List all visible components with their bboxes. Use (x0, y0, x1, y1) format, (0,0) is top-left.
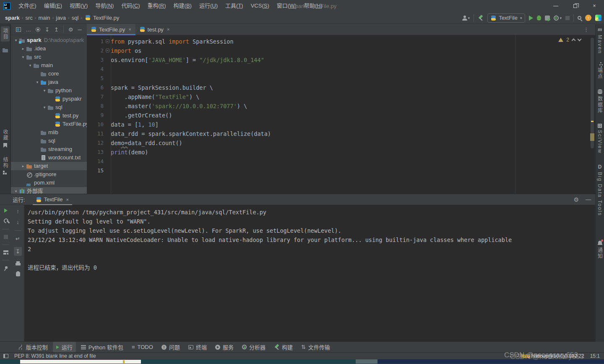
code-line-7[interactable]: 7 .appName("TextFile") \ (87, 92, 595, 101)
code-line-13[interactable]: 13print(demo) (87, 148, 595, 157)
breadcrumb-item[interactable]: src (24, 15, 33, 21)
scrollbar-thumb[interactable] (591, 38, 594, 148)
code-with-me-button[interactable]: ▾ (462, 16, 470, 21)
tree-item-TextFile.py[interactable]: TextFile.py (11, 120, 87, 128)
profiler-button[interactable]: ▾ (554, 16, 562, 21)
tool-window-notifications[interactable]: 通知 (596, 240, 604, 259)
hide-panel-icon[interactable]: ─ (78, 27, 81, 32)
folder-tool-icon[interactable] (3, 47, 8, 52)
scroll-to-end-button[interactable]: ↧ (14, 247, 22, 256)
tool-window-project[interactable]: 项目 (1, 26, 10, 42)
tree-item-python[interactable]: ▾python (11, 86, 87, 95)
code-line-11[interactable]: 11data_rdd = spark.sparkContext.parallel… (87, 129, 595, 138)
code-editor[interactable]: 2 1−from pyspark.sql import SparkSession… (87, 35, 595, 194)
tree-item-java[interactable]: ▾java (11, 78, 87, 86)
up-stack-trace-icon[interactable]: ↑ (16, 208, 19, 214)
clear-console-icon[interactable] (16, 271, 20, 276)
breadcrumb-file[interactable]: TextFile.py (92, 15, 120, 21)
code-line-6[interactable]: 6spark = SparkSession.builder \ (87, 83, 595, 92)
tree-item-.idea[interactable]: ▸.idea (11, 44, 87, 53)
tool-window-switcher-icon[interactable] (3, 354, 8, 358)
stop-button[interactable] (4, 235, 8, 239)
inspections-widget[interactable]: 2 (558, 37, 581, 43)
close-icon[interactable]: × (66, 197, 68, 202)
menu-item[interactable]: 重构(R) (144, 0, 170, 12)
tree-item-src[interactable]: ▾src (11, 53, 87, 61)
pin-icon[interactable] (3, 266, 8, 271)
stop-button[interactable] (565, 16, 570, 20)
tree-item-sql[interactable]: sql (11, 137, 87, 145)
rerun-button[interactable] (4, 208, 8, 213)
breadcrumb-item[interactable]: java (55, 15, 67, 21)
tool-window-结构[interactable]: 结构 (2, 157, 9, 174)
settings-wrench-icon[interactable] (3, 218, 9, 224)
tool-window-收藏[interactable]: 收藏 (2, 129, 9, 148)
tree-item-外部库[interactable]: ▾外部库 (11, 187, 87, 194)
tree-item-test.py[interactable]: test.py (11, 112, 87, 120)
next-warning-icon[interactable] (578, 37, 582, 42)
prev-warning-icon[interactable] (572, 39, 576, 43)
down-stack-trace-icon[interactable]: ↓ (16, 219, 19, 225)
build-hammer-icon[interactable] (478, 15, 484, 21)
error-stripe[interactable] (590, 35, 594, 194)
tool-window-button-TODO[interactable]: ≡TODO (128, 343, 156, 351)
chevron-down-icon[interactable]: ▾ (34, 78, 41, 86)
menu-item[interactable]: VCS(S) (247, 0, 273, 12)
tree-item-pom.xml[interactable]: mpom.xml (11, 179, 87, 187)
debug-button[interactable] (537, 16, 541, 21)
search-everywhere-button[interactable] (578, 16, 581, 20)
breadcrumb-item[interactable]: main (37, 15, 51, 21)
expand-all-icon[interactable]: ↧ (45, 27, 49, 32)
close-button[interactable]: × (585, 0, 604, 12)
warning-mark[interactable] (590, 133, 594, 141)
menu-item[interactable]: 代码(C) (117, 0, 143, 12)
tool-window-Big Data Tools[interactable]: DBig Data Tools (597, 164, 603, 216)
tree-item-main[interactable]: ▾main (11, 61, 87, 70)
collapse-all-icon[interactable]: ↥ (54, 27, 59, 32)
fold-icon[interactable]: − (106, 49, 109, 52)
tree-item-core[interactable]: core (11, 70, 87, 78)
chevron-down-icon[interactable]: ▾ (41, 103, 48, 112)
chevron-down-icon[interactable]: ▾ (27, 61, 34, 70)
run-button[interactable] (529, 16, 533, 21)
hide-panel-icon[interactable]: — (586, 197, 591, 202)
chevron-down-icon[interactable]: ▾ (20, 53, 26, 61)
tool-window-button-分析器[interactable]: 分析器 (239, 342, 269, 352)
menu-item[interactable]: 构建(B) (170, 0, 195, 12)
ide-promo-icon[interactable] (595, 15, 601, 21)
soft-wrap-icon[interactable]: ↵ (16, 236, 20, 242)
print-icon[interactable] (16, 261, 21, 266)
tree-item-streaming[interactable]: streaming (11, 145, 87, 153)
code-line-5[interactable]: 5 (87, 74, 595, 83)
tool-window-button-终端[interactable]: 终端 (185, 342, 210, 352)
code-line-4[interactable]: 4 (87, 65, 595, 74)
code-line-2[interactable]: 2−import os (87, 46, 595, 55)
code-line-8[interactable]: 8 .master('spark://10.0.0.102:7077') \ (87, 101, 595, 111)
menu-item[interactable]: 导航(N) (91, 0, 117, 12)
tool-window-button-Python 软件包[interactable]: Python 软件包 (78, 342, 127, 352)
remote-host-indicator[interactable]: SFTP hadoop@10.0.0.102:22 (521, 353, 584, 359)
tree-item-wordcount.txt[interactable]: wordcount.txt (11, 153, 87, 162)
editor-tab-test.py[interactable]: test.py× (135, 24, 174, 35)
tree-item-spark[interactable]: ▾sparkD:\hadoop\spark (11, 36, 87, 44)
menu-item[interactable]: 视图(V) (66, 0, 91, 12)
run-config-selector[interactable]: TextFile ▾ (487, 13, 525, 23)
code-line-9[interactable]: 9 .getOrCreate() (87, 111, 595, 120)
tool-window-Maven[interactable]: mMaven (597, 26, 603, 54)
tab-options-icon[interactable]: ⋮ (583, 26, 589, 33)
tool-window-button-服务[interactable]: 服务 (212, 342, 237, 352)
warning-mark[interactable] (591, 121, 594, 122)
gear-icon[interactable]: ⚙ (573, 197, 579, 203)
tool-window-button-版本控制[interactable]: ⌥版本控制 (14, 342, 51, 352)
tree-item-sql[interactable]: ▾sql (11, 103, 87, 112)
tree-item-pyspakr[interactable]: pyspakr (11, 95, 87, 103)
code-line-1[interactable]: 1−from pyspark.sql import SparkSession (87, 37, 595, 46)
code-line-14[interactable]: 14 (87, 157, 595, 166)
code-line-10[interactable]: 10data = [1, 10] (87, 120, 595, 129)
tool-window-button-文件传输[interactable]: ⇅文件传输 (298, 342, 333, 352)
chevron-down-icon[interactable]: ▾ (13, 36, 19, 44)
chevron-right-icon[interactable]: ▸ (20, 44, 26, 53)
restore-layout-icon[interactable] (3, 250, 8, 255)
chevron-down-icon[interactable]: ▾ (13, 187, 19, 194)
tree-item-mlib[interactable]: mlib (11, 128, 87, 137)
